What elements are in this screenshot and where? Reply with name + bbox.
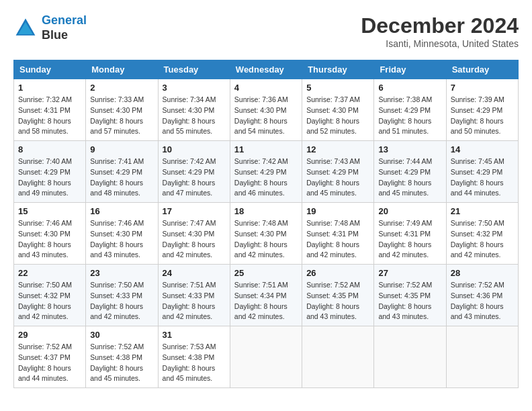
page-header: GeneralBlue December 2024 Isanti, Minnes… [13,13,519,49]
calendar-cell: 27 Sunrise: 7:52 AM Sunset: 4:35 PM Dayl… [374,265,446,326]
day-info: Sunrise: 7:39 AM Sunset: 4:29 PM Dayligh… [451,95,514,137]
calendar-week-4: 22 Sunrise: 7:50 AM Sunset: 4:32 PM Dayl… [14,265,519,326]
day-number: 23 [90,268,153,278]
day-number: 10 [163,144,226,154]
weekday-header-wednesday: Wednesday [230,60,302,79]
calendar-cell: 28 Sunrise: 7:52 AM Sunset: 4:36 PM Dayl… [446,265,518,326]
calendar-cell: 21 Sunrise: 7:50 AM Sunset: 4:32 PM Dayl… [446,203,518,265]
day-info: Sunrise: 7:50 AM Sunset: 4:33 PM Dayligh… [90,280,153,322]
calendar-cell: 26 Sunrise: 7:52 AM Sunset: 4:35 PM Dayl… [302,265,374,326]
day-info: Sunrise: 7:40 AM Sunset: 4:29 PM Dayligh… [18,156,81,199]
day-info: Sunrise: 7:45 AM Sunset: 4:29 PM Dayligh… [451,156,514,199]
day-number: 17 [163,206,226,216]
day-number: 7 [451,83,514,93]
calendar-week-2: 8 Sunrise: 7:40 AM Sunset: 4:29 PM Dayli… [14,141,519,203]
calendar-cell: 30 Sunrise: 7:52 AM Sunset: 4:38 PM Dayl… [86,326,158,388]
day-number: 15 [18,206,81,216]
day-info: Sunrise: 7:43 AM Sunset: 4:29 PM Dayligh… [306,156,369,199]
day-info: Sunrise: 7:47 AM Sunset: 4:30 PM Dayligh… [163,218,226,261]
day-info: Sunrise: 7:52 AM Sunset: 4:35 PM Dayligh… [306,280,369,322]
day-number: 21 [451,206,514,216]
day-number: 24 [163,268,226,278]
calendar-cell: 15 Sunrise: 7:46 AM Sunset: 4:30 PM Dayl… [14,203,86,265]
calendar-cell: 12 Sunrise: 7:43 AM Sunset: 4:29 PM Dayl… [302,141,374,203]
calendar-cell: 7 Sunrise: 7:39 AM Sunset: 4:29 PM Dayli… [446,79,518,141]
calendar-cell [230,326,302,388]
weekday-header-monday: Monday [86,60,158,79]
day-info: Sunrise: 7:50 AM Sunset: 4:32 PM Dayligh… [18,280,81,322]
calendar-cell: 17 Sunrise: 7:47 AM Sunset: 4:30 PM Dayl… [158,203,230,265]
calendar-cell: 14 Sunrise: 7:45 AM Sunset: 4:29 PM Dayl… [446,141,518,203]
calendar-cell: 23 Sunrise: 7:50 AM Sunset: 4:33 PM Dayl… [86,265,158,326]
calendar-cell: 1 Sunrise: 7:32 AM Sunset: 4:31 PM Dayli… [14,79,86,141]
calendar-cell: 2 Sunrise: 7:33 AM Sunset: 4:30 PM Dayli… [86,79,158,141]
day-number: 19 [306,206,369,216]
day-info: Sunrise: 7:36 AM Sunset: 4:30 PM Dayligh… [234,95,298,137]
calendar-cell: 18 Sunrise: 7:48 AM Sunset: 4:30 PM Dayl… [230,203,302,265]
day-info: Sunrise: 7:42 AM Sunset: 4:29 PM Dayligh… [163,156,226,199]
day-number: 4 [234,83,298,93]
day-info: Sunrise: 7:52 AM Sunset: 4:37 PM Dayligh… [18,342,81,384]
day-number: 13 [378,144,441,154]
day-number: 8 [18,144,81,154]
weekday-header-thursday: Thursday [302,60,374,79]
calendar-cell: 6 Sunrise: 7:38 AM Sunset: 4:29 PM Dayli… [374,79,446,141]
calendar-week-3: 15 Sunrise: 7:46 AM Sunset: 4:30 PM Dayl… [14,203,519,265]
day-number: 20 [378,206,441,216]
calendar-cell [446,326,518,388]
day-info: Sunrise: 7:48 AM Sunset: 4:30 PM Dayligh… [234,218,298,261]
day-number: 30 [90,330,153,340]
calendar-cell: 24 Sunrise: 7:51 AM Sunset: 4:33 PM Dayl… [158,265,230,326]
calendar-cell: 22 Sunrise: 7:50 AM Sunset: 4:32 PM Dayl… [14,265,86,326]
calendar-cell: 16 Sunrise: 7:46 AM Sunset: 4:30 PM Dayl… [86,203,158,265]
day-info: Sunrise: 7:46 AM Sunset: 4:30 PM Dayligh… [90,218,153,261]
weekday-header-saturday: Saturday [446,60,518,79]
day-number: 22 [18,268,81,278]
calendar-cell: 5 Sunrise: 7:37 AM Sunset: 4:30 PM Dayli… [302,79,374,141]
title-block: December 2024 Isanti, Minnesota, United … [361,13,519,49]
weekday-header-friday: Friday [374,60,446,79]
calendar-cell: 13 Sunrise: 7:44 AM Sunset: 4:29 PM Dayl… [374,141,446,203]
day-number: 31 [163,330,226,340]
day-number: 5 [306,83,369,93]
day-info: Sunrise: 7:52 AM Sunset: 4:35 PM Dayligh… [378,280,441,322]
day-info: Sunrise: 7:37 AM Sunset: 4:30 PM Dayligh… [306,95,369,137]
day-info: Sunrise: 7:53 AM Sunset: 4:38 PM Dayligh… [163,342,226,384]
day-info: Sunrise: 7:50 AM Sunset: 4:32 PM Dayligh… [451,218,514,261]
logo: GeneralBlue [13,13,87,42]
day-number: 29 [18,330,81,340]
day-number: 14 [451,144,514,154]
day-info: Sunrise: 7:42 AM Sunset: 4:29 PM Dayligh… [234,156,298,199]
calendar-table: SundayMondayTuesdayWednesdayThursdayFrid… [13,60,519,388]
weekday-header-sunday: Sunday [14,60,86,79]
day-number: 3 [163,83,226,93]
day-info: Sunrise: 7:51 AM Sunset: 4:33 PM Dayligh… [163,280,226,322]
calendar-cell: 10 Sunrise: 7:42 AM Sunset: 4:29 PM Dayl… [158,141,230,203]
day-number: 12 [306,144,369,154]
calendar-cell: 4 Sunrise: 7:36 AM Sunset: 4:30 PM Dayli… [230,79,302,141]
day-number: 2 [90,83,153,93]
day-number: 1 [18,83,81,93]
day-number: 27 [378,268,441,278]
logo-text: GeneralBlue [42,13,87,42]
day-number: 16 [90,206,153,216]
day-number: 28 [451,268,514,278]
calendar-cell: 8 Sunrise: 7:40 AM Sunset: 4:29 PM Dayli… [14,141,86,203]
calendar-week-5: 29 Sunrise: 7:52 AM Sunset: 4:37 PM Dayl… [14,326,519,388]
day-number: 9 [90,144,153,154]
calendar-cell: 3 Sunrise: 7:34 AM Sunset: 4:30 PM Dayli… [158,79,230,141]
calendar-cell: 31 Sunrise: 7:53 AM Sunset: 4:38 PM Dayl… [158,326,230,388]
day-info: Sunrise: 7:34 AM Sunset: 4:30 PM Dayligh… [163,95,226,137]
day-info: Sunrise: 7:32 AM Sunset: 4:31 PM Dayligh… [18,95,81,137]
day-number: 6 [378,83,441,93]
day-info: Sunrise: 7:52 AM Sunset: 4:38 PM Dayligh… [90,342,153,384]
day-info: Sunrise: 7:33 AM Sunset: 4:30 PM Dayligh… [90,95,153,137]
calendar-cell [374,326,446,388]
calendar-cell: 19 Sunrise: 7:48 AM Sunset: 4:31 PM Dayl… [302,203,374,265]
location: Isanti, Minnesota, United States [361,38,519,49]
day-number: 25 [234,268,298,278]
calendar-cell [302,326,374,388]
day-number: 26 [306,268,369,278]
day-info: Sunrise: 7:51 AM Sunset: 4:34 PM Dayligh… [234,280,298,322]
day-info: Sunrise: 7:52 AM Sunset: 4:36 PM Dayligh… [451,280,514,322]
